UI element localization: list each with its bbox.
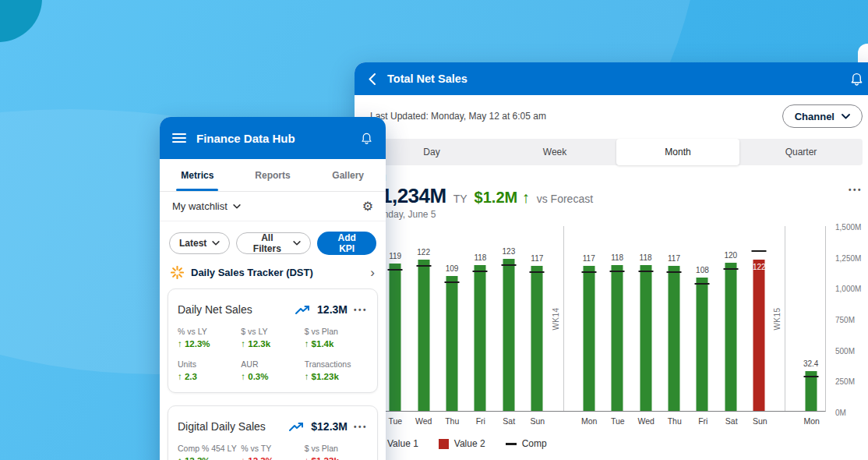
- kpi-card-value: 12.3M: [317, 303, 348, 316]
- bar[interactable]: [669, 266, 680, 411]
- bar[interactable]: [390, 264, 401, 411]
- bar[interactable]: [583, 266, 595, 411]
- dst-section-header[interactable]: Daily Sales Tracker (DST) ›: [160, 258, 386, 288]
- legend-swatch: [439, 439, 449, 449]
- kpi-card-digital-daily-sales: Digital Daily Sales $12.3M ••• Comp % 45…: [168, 405, 378, 460]
- metric-value: ↓ $1.23k: [305, 456, 368, 460]
- bar-value-label: 123: [503, 247, 516, 256]
- legend-label: Value 1: [387, 438, 418, 449]
- x-tick-label: Wed: [410, 416, 439, 426]
- notification-bell-icon[interactable]: [849, 71, 864, 87]
- bar-group-thu-9: 117: [660, 226, 688, 411]
- chevron-down-icon: [842, 114, 850, 119]
- metric-grid: Comp % 454 LY↑ 12.3%% vs TY↓ 12.3%$ vs P…: [178, 444, 368, 460]
- x-tick-label: Tue: [604, 416, 633, 426]
- bar[interactable]: [725, 263, 736, 411]
- bar[interactable]: [503, 259, 514, 411]
- bar[interactable]: [418, 260, 429, 411]
- tab-month[interactable]: Month: [616, 139, 739, 165]
- dashboard-title: Total Net Sales: [387, 73, 838, 85]
- menu-icon[interactable]: [172, 131, 186, 145]
- back-icon[interactable]: [369, 73, 376, 85]
- bar-value-label: 118: [474, 253, 486, 262]
- settings-gear-icon[interactable]: ⚙: [362, 200, 373, 213]
- metric-vs-ty: % vs TY↓ 12.3%: [241, 444, 304, 460]
- chevron-down-icon: [233, 204, 241, 209]
- bar[interactable]: [612, 265, 623, 411]
- kpi-row: $1,234M TY $1.2M ↑ vs Forecast •••: [370, 184, 863, 209]
- metric-label: Units: [178, 359, 241, 369]
- metric-vs-ly: $ vs LY↑ 12.3k: [241, 327, 304, 349]
- channel-dropdown[interactable]: Channel: [782, 104, 863, 128]
- x-tick-label: Mon: [575, 416, 604, 426]
- bar[interactable]: [475, 265, 486, 411]
- bar[interactable]: [446, 276, 458, 411]
- comp-line: [473, 271, 488, 272]
- comp-line: [723, 268, 738, 270]
- add-kpi-button[interactable]: Add KPI: [317, 232, 376, 255]
- ty-suffix: TY: [453, 193, 468, 205]
- all-filters-label: All Filters: [246, 232, 288, 254]
- comp-line: [581, 271, 596, 273]
- bar-group-mon-13: 32.4: [796, 226, 824, 411]
- watchlist-row: My watchlist ⚙: [160, 192, 386, 221]
- y-axis-labels: 1,500M1,250M1,000M750M500M250M0M: [831, 226, 868, 412]
- bar[interactable]: [697, 278, 708, 411]
- metric-vs-plan: $ vs Plan↓ $1.23k: [305, 444, 368, 460]
- notification-bell-icon[interactable]: [360, 131, 373, 145]
- tab-week[interactable]: Week: [493, 139, 616, 165]
- x-tick-label: Sat: [718, 416, 746, 426]
- chart-legend: Value 1Value 2Comp: [372, 438, 547, 449]
- comp-line: [530, 271, 545, 273]
- more-options-icon[interactable]: •••: [354, 423, 368, 431]
- desktop-background: Total Net Sales Last Updated: Monday, Ma…: [0, 0, 868, 460]
- metric-value: ↑ 2.3: [178, 372, 241, 381]
- metric-label: AUR: [241, 359, 304, 369]
- x-tick-label: Sat: [495, 416, 524, 426]
- more-options-icon[interactable]: •••: [849, 186, 863, 194]
- trend-up-icon: [295, 305, 311, 315]
- bar[interactable]: [640, 265, 651, 411]
- legend-item-comp[interactable]: Comp: [506, 438, 547, 449]
- metric-value: ↑ 12.3%: [178, 456, 241, 460]
- chart-plot-area: 119122109118123117WK14117118118117108120…: [381, 226, 826, 412]
- legend-label: Comp: [522, 438, 547, 449]
- comp-line: [803, 376, 818, 377]
- bar-group-fri-3: 118: [466, 226, 494, 411]
- kpi-card-title: Digital Daily Sales: [178, 420, 283, 433]
- watchlist-dropdown[interactable]: My watchlist: [172, 200, 241, 212]
- x-tick-label: Sun: [524, 416, 552, 426]
- more-options-icon[interactable]: •••: [354, 306, 368, 314]
- bar-value-label: 122: [753, 263, 766, 271]
- week-separator-line: [785, 226, 785, 411]
- week-separator: WK14: [552, 226, 575, 411]
- metric-vs-plan: $ vs Plan↑ $1.4k: [305, 327, 368, 349]
- tab-reports[interactable]: Reports: [235, 159, 311, 191]
- y-tick-label: 1,000M: [835, 285, 861, 293]
- tab-gallery[interactable]: Gallery: [310, 159, 386, 191]
- all-filters-dropdown[interactable]: All Filters: [236, 232, 311, 254]
- bar-group-mon-6: 117: [575, 226, 603, 411]
- comp-line: [416, 265, 431, 267]
- tab-metrics[interactable]: Metrics: [160, 159, 235, 191]
- bar-value-label: 118: [611, 253, 623, 262]
- x-tick-label: Thu: [438, 416, 467, 426]
- latest-dropdown[interactable]: Latest: [169, 232, 230, 254]
- x-axis-labels: TueWedThuFriSatSunMonTueWedThuFriSatSunM…: [381, 412, 826, 430]
- bar-value-label: 32.4: [803, 359, 818, 368]
- channel-label: Channel: [795, 111, 834, 122]
- bar[interactable]: [531, 266, 543, 411]
- bar-chart: 119122109118123117WK14117118118117108120…: [370, 226, 863, 460]
- phone-header: Finance Data Hub: [160, 117, 386, 159]
- tab-quarter[interactable]: Quarter: [739, 139, 863, 165]
- tab-day[interactable]: Day: [370, 139, 493, 165]
- metric-units: Units↑ 2.3: [178, 359, 241, 381]
- x-tick-label: Fri: [467, 416, 496, 426]
- bar-value-label: 118: [640, 253, 652, 262]
- legend-item-value-2[interactable]: Value 2: [439, 438, 485, 449]
- comp-line: [445, 281, 460, 283]
- last-updated-text: Last Updated: Monday, May 12 at 6:05 am: [370, 111, 546, 122]
- finance-data-hub-app: Finance Data Hub Metrics Reports Gallery…: [160, 117, 386, 460]
- comp-line: [388, 269, 403, 271]
- bar-highlight[interactable]: [753, 260, 765, 411]
